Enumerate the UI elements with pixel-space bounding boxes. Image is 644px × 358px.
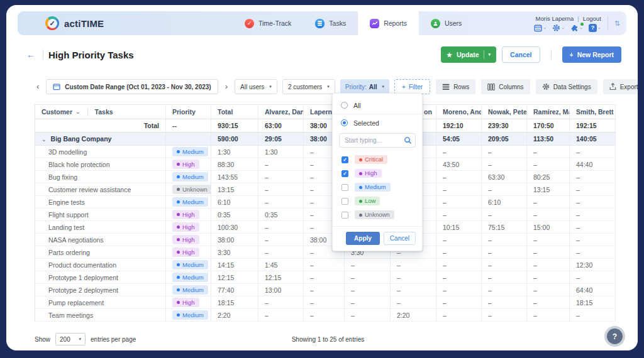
time-cell: – bbox=[436, 209, 482, 221]
time-cell: 63:30 bbox=[482, 171, 527, 183]
checkbox-checked-icon[interactable]: ✓ bbox=[341, 170, 348, 177]
page-size-select[interactable]: 200 ▾ bbox=[55, 333, 86, 345]
apply-button[interactable]: Apply bbox=[346, 232, 380, 245]
new-report-button[interactable]: + New Report bbox=[562, 46, 621, 63]
priority-checkbox-item[interactable]: ✓High bbox=[333, 166, 422, 180]
chevron-down-icon[interactable]: ▾ bbox=[489, 52, 491, 57]
priority-option-selected[interactable]: Selected bbox=[333, 114, 422, 131]
time-cell: – bbox=[482, 259, 527, 271]
dropdown-cancel-button[interactable]: Cancel bbox=[384, 232, 416, 245]
help-menu-button[interactable]: ? ⌄ bbox=[589, 24, 601, 32]
radio-checked-icon[interactable] bbox=[341, 119, 348, 126]
task-name-cell[interactable]: Landing test bbox=[35, 221, 166, 234]
checkbox-icon[interactable] bbox=[341, 198, 348, 205]
column-header-user[interactable]: Alvarez, Daniel bbox=[258, 105, 304, 119]
priority-option-all[interactable]: All bbox=[333, 97, 422, 114]
column-header-customer-tasks[interactable]: Customer⌄Tasks bbox=[35, 105, 166, 119]
priority-checkbox-item[interactable]: Unknown bbox=[333, 208, 422, 222]
rows-button[interactable]: Rows bbox=[436, 79, 475, 94]
time-cell: – bbox=[304, 296, 345, 309]
columns-button[interactable]: Columns bbox=[481, 79, 530, 94]
group-total-cell: 209:05 bbox=[482, 133, 527, 146]
priority-cell: Medium bbox=[166, 259, 211, 271]
row-total-cell: 88:30 bbox=[211, 158, 258, 171]
task-name-cell[interactable]: Prototype 2 deployment bbox=[35, 284, 166, 296]
row-total-cell: 13:15 bbox=[211, 183, 258, 196]
back-button[interactable]: ← bbox=[24, 50, 38, 60]
priority-badge: Critical bbox=[355, 155, 387, 165]
help-fab-button[interactable]: ? bbox=[607, 328, 623, 344]
radio-icon[interactable] bbox=[341, 102, 348, 109]
integrations-menu-button[interactable]: ⌄ bbox=[570, 24, 583, 32]
plus-icon: + bbox=[402, 84, 406, 90]
task-name-cell[interactable]: Bug fixing bbox=[35, 171, 166, 183]
pagination-footer: Show 200 ▾ entries per page Showing 1 to… bbox=[35, 332, 621, 347]
settings-menu-button[interactable]: ⌄ bbox=[552, 24, 565, 32]
time-cell: – bbox=[527, 271, 570, 284]
priority-checkbox-item[interactable]: ✓Critical bbox=[333, 153, 422, 166]
time-cell: – bbox=[527, 296, 570, 309]
task-name-cell[interactable]: 3D modelling bbox=[35, 146, 166, 158]
task-name-cell[interactable]: Black hole protection bbox=[35, 158, 166, 171]
checkbox-icon[interactable] bbox=[341, 184, 348, 191]
users-filter-select[interactable]: All users ▾ bbox=[235, 79, 277, 94]
customers-filter-select[interactable]: 2 customers ▾ bbox=[282, 79, 335, 94]
time-cell: – bbox=[345, 271, 391, 284]
column-header-user[interactable]: Smith, Brett bbox=[570, 105, 616, 119]
app-window: ✓ actiTIME ✓ Time-Track Tasks Reports bbox=[6, 5, 638, 350]
row-total-cell: 100:30 bbox=[211, 221, 258, 234]
nav-time-track[interactable]: ✓ Time-Track bbox=[233, 11, 303, 35]
row-total-cell: 18:15 bbox=[211, 296, 258, 309]
nav-users[interactable]: Users bbox=[419, 11, 474, 35]
tasks-icon bbox=[315, 19, 325, 28]
time-cell: – bbox=[436, 296, 482, 309]
help-icon: ? bbox=[589, 24, 597, 32]
task-name-cell[interactable]: Flight support bbox=[35, 209, 166, 221]
time-cell: – bbox=[258, 234, 304, 246]
priority-checkbox-item[interactable]: Medium bbox=[333, 180, 422, 194]
task-name-cell[interactable]: NASA negotiations bbox=[35, 234, 166, 246]
task-name-cell[interactable]: Parts ordering bbox=[35, 246, 166, 259]
checkbox-checked-icon[interactable]: ✓ bbox=[341, 156, 348, 163]
column-header-user[interactable]: Ramirez, Maria bbox=[527, 105, 570, 119]
export-button[interactable]: Export bbox=[603, 79, 638, 94]
priority-search bbox=[339, 133, 416, 148]
table-row: Landing testHigh100:30––10:1575:1515:00– bbox=[35, 221, 616, 234]
row-total-cell: 38:00 bbox=[211, 234, 258, 246]
priority-badge: Unknown bbox=[355, 210, 394, 220]
checkbox-icon[interactable] bbox=[341, 212, 348, 219]
scroll-arrows-icon[interactable]: ⇅ bbox=[614, 19, 620, 28]
time-cell: 13:15 bbox=[527, 183, 570, 196]
time-cell: – bbox=[258, 183, 304, 196]
update-button[interactable]: ★ Update ▾ bbox=[441, 46, 496, 63]
date-range-button[interactable]: Custom Date Range (Oct 01, 2023 - Nov 30… bbox=[46, 79, 218, 94]
prev-period-button[interactable]: ‹ bbox=[35, 79, 41, 94]
task-name-cell[interactable]: Prototype 1 deployment bbox=[35, 271, 166, 284]
priority-cell: Medium bbox=[166, 196, 211, 209]
column-header-total[interactable]: Total bbox=[211, 105, 258, 119]
chevron-down-icon: ⌄ bbox=[543, 25, 547, 30]
next-period-button[interactable]: › bbox=[223, 79, 230, 94]
priority-filter-select[interactable]: Priority: All ▾ bbox=[340, 79, 389, 94]
divider bbox=[608, 16, 608, 30]
add-filter-button[interactable]: + Filter bbox=[394, 79, 430, 94]
column-header-user[interactable]: Moreno, Andrew bbox=[436, 105, 482, 119]
chevron-down-icon: ▾ bbox=[377, 84, 385, 89]
task-name-cell[interactable]: Pump replacement bbox=[35, 296, 166, 309]
customer-group-row[interactable]: ⌄Big Bang Company590:0029:0538:0054:0520… bbox=[35, 133, 616, 146]
logout-link[interactable]: Logout bbox=[583, 15, 601, 22]
priority-cell: Unknown bbox=[166, 183, 211, 196]
chevron-down-icon: ⌄ bbox=[42, 136, 47, 143]
task-name-cell[interactable]: Engine tests bbox=[35, 196, 166, 209]
priority-checkbox-item[interactable]: Low bbox=[333, 194, 422, 208]
column-header-priority[interactable]: Priority bbox=[166, 105, 211, 119]
cancel-button[interactable]: Cancel bbox=[502, 46, 540, 63]
task-name-cell[interactable]: Product documentation bbox=[35, 259, 166, 271]
column-header-user[interactable]: Nowak, Peter bbox=[482, 105, 527, 119]
task-name-cell[interactable]: Customer review assistance bbox=[35, 183, 166, 196]
task-name-cell[interactable]: Team meetings bbox=[35, 309, 166, 322]
nav-tasks[interactable]: Tasks bbox=[303, 11, 358, 35]
nav-reports[interactable]: Reports bbox=[358, 11, 419, 35]
data-settings-button[interactable]: Data Settings bbox=[536, 79, 597, 94]
calendar-menu-button[interactable]: ⌄ bbox=[534, 24, 547, 32]
